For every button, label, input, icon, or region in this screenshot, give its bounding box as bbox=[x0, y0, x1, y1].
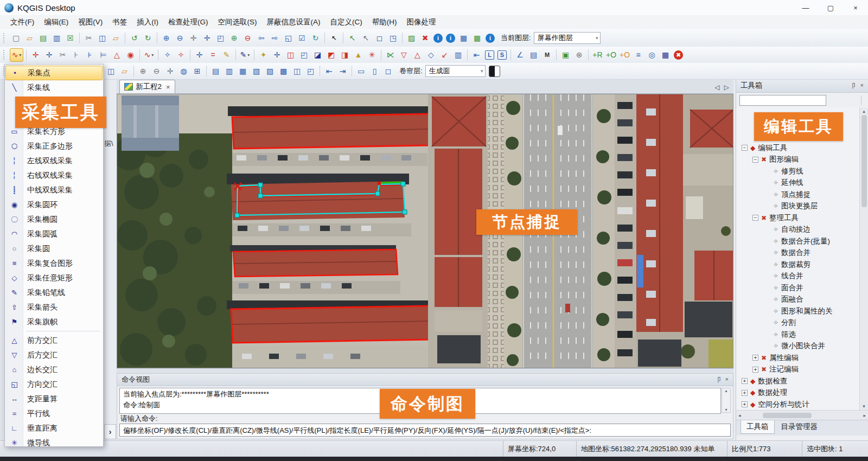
toolbox-tree-item[interactable]: + 数据处理 bbox=[736, 387, 868, 399]
open-folder-icon[interactable]: ▱ bbox=[23, 32, 36, 44]
toolbar-icon[interactable] bbox=[352, 66, 352, 76]
maximize-button[interactable]: ▢ bbox=[818, 0, 843, 15]
measure-length-icon[interactable]: ⇤ bbox=[470, 49, 483, 61]
zoom-out-icon[interactable]: ⊖ bbox=[174, 32, 186, 44]
tab-scroll-left-icon[interactable]: ◁ bbox=[715, 84, 720, 91]
toolbar-icon[interactable] bbox=[235, 49, 236, 60]
toolbox-tree-item[interactable]: + 注记编辑 bbox=[736, 364, 868, 376]
toolbox-tree-item[interactable]: 数据裁剪 bbox=[736, 259, 868, 271]
select-box-icon[interactable]: ◻ bbox=[373, 32, 386, 44]
preview-zoom-icon[interactable]: ◎ bbox=[646, 49, 658, 61]
toolbar-icon[interactable] bbox=[79, 33, 80, 43]
same-height-icon[interactable]: ▯ bbox=[368, 65, 381, 78]
toolbox-tree-item[interactable]: + 空间分析与统计 bbox=[736, 399, 868, 410]
toolbox-tree-item[interactable]: 修剪线 bbox=[736, 165, 868, 177]
toolbar-icon[interactable] bbox=[381, 49, 381, 60]
tree-expander[interactable]: − bbox=[742, 145, 748, 151]
toolbar-icon[interactable] bbox=[320, 66, 320, 76]
cut-icon[interactable]: ✂ bbox=[82, 32, 95, 44]
tree-expander[interactable]: + bbox=[742, 378, 748, 384]
toolbar-icon[interactable] bbox=[556, 49, 557, 60]
menu-item[interactable]: 插入(I) bbox=[132, 16, 163, 28]
snap-node-icon[interactable]: ✛ bbox=[193, 49, 206, 61]
area-label-icon[interactable]: S bbox=[497, 50, 507, 60]
reshape-polygon-icon[interactable]: ✧ bbox=[161, 49, 174, 61]
menu-item[interactable]: 帮助(H) bbox=[367, 16, 402, 28]
menu-item[interactable]: 屏蔽信息设置(A) bbox=[262, 16, 326, 28]
scroll-right-icon[interactable]: ▸ bbox=[863, 413, 866, 418]
world-icon[interactable]: ◍ bbox=[177, 65, 190, 78]
move-feature-icon[interactable]: ✦ bbox=[257, 49, 270, 61]
full-extent-icon[interactable]: ◱ bbox=[282, 32, 295, 44]
scroll-down-icon[interactable]: ▾ bbox=[863, 404, 865, 409]
collect-menu-item[interactable]: ╎ 右线双线采集 bbox=[5, 168, 103, 183]
toolbox-horizontal-scrollbar[interactable]: ◂ ▸ bbox=[736, 410, 868, 420]
panel-overflow-button[interactable]: › bbox=[104, 424, 116, 439]
toolbar-icon[interactable] bbox=[139, 49, 140, 60]
toolbox-tree-item[interactable]: 图形和属性的关 bbox=[736, 305, 868, 317]
tree-expander[interactable]: − bbox=[752, 157, 758, 163]
previous-view-icon[interactable]: ⇦ bbox=[255, 32, 267, 44]
deselect-icon[interactable]: ↖ bbox=[360, 32, 372, 44]
scroll-left-icon[interactable]: ◂ bbox=[738, 413, 741, 418]
align-top-icon[interactable]: ▧ bbox=[250, 65, 263, 78]
collect-menu-item[interactable]: = 平行线 bbox=[5, 406, 103, 421]
toolbar-icon[interactable] bbox=[254, 49, 254, 60]
toolbar-icon[interactable] bbox=[324, 33, 325, 43]
toolbar-icon[interactable] bbox=[467, 49, 468, 60]
identify-feature-icon[interactable]: i bbox=[446, 34, 455, 43]
grid-view-icon[interactable]: ⊞ bbox=[191, 65, 203, 78]
circle-point-icon[interactable]: ◉ bbox=[124, 49, 137, 61]
add-node-icon[interactable]: ✛ bbox=[29, 49, 42, 61]
attribute-grid-icon[interactable]: ▦ bbox=[471, 32, 483, 44]
pan-window-icon[interactable]: ✛ bbox=[201, 32, 213, 44]
toolbox-tree-item[interactable]: − 整理工具 bbox=[736, 212, 868, 224]
move-node-icon[interactable]: ✛ bbox=[43, 49, 55, 61]
map-tab-close-icon[interactable]: × bbox=[166, 83, 170, 91]
select-arrow-icon[interactable]: ↖ bbox=[328, 32, 340, 44]
toolbox-search-input[interactable] bbox=[739, 95, 826, 106]
collect-menu-item[interactable]: ⇧ 采集箭头 bbox=[5, 300, 103, 315]
excel-export-icon[interactable]: ☒ bbox=[64, 32, 76, 44]
identify-all-icon[interactable]: i bbox=[486, 34, 495, 43]
collect-menu-item[interactable] bbox=[5, 329, 103, 333]
measure-up-icon[interactable]: △ bbox=[411, 49, 424, 61]
undo-icon[interactable]: ↺ bbox=[128, 32, 141, 44]
image-settings-icon[interactable]: ▣ bbox=[559, 49, 572, 61]
zoom-in-icon[interactable]: ⊕ bbox=[160, 32, 173, 44]
toolbar-icon[interactable] bbox=[206, 66, 207, 76]
swipe-contrast-icon[interactable] bbox=[489, 66, 500, 77]
segment-join-icon[interactable]: ⊦ bbox=[70, 49, 82, 61]
collect-menu-item[interactable]: ▽ 后方交汇 bbox=[5, 348, 103, 362]
current-layer-select[interactable]: 屏幕作图层 ▾ bbox=[534, 32, 601, 44]
zoom-out-fixed-icon[interactable]: ⊖ bbox=[241, 32, 254, 44]
select-feature-icon[interactable]: ↖ bbox=[346, 32, 359, 44]
toolbox-tree-item[interactable]: + 数据检查 bbox=[736, 375, 868, 387]
toolbox-tree-item[interactable]: 自动接边 bbox=[736, 224, 868, 236]
zoom-in-fixed-icon[interactable]: ⊕ bbox=[228, 32, 240, 44]
tree-expander[interactable]: + bbox=[742, 390, 748, 396]
collect-menu-item[interactable]: ⚑ 采集旗帜 bbox=[5, 315, 103, 329]
command-log-scrollbar[interactable]: ▴ ▾ bbox=[722, 388, 731, 413]
toolbox-tree-item[interactable]: 数据合并 bbox=[736, 247, 868, 259]
redo-icon[interactable]: ↻ bbox=[142, 32, 154, 44]
collect-polyline-icon[interactable]: ∿ bbox=[10, 48, 23, 62]
toolbar-icon[interactable] bbox=[157, 33, 157, 43]
measure-diamond-icon[interactable]: ◇ bbox=[425, 49, 437, 61]
toolbox-vertical-scrollbar[interactable]: ▴ ▾ bbox=[859, 107, 868, 410]
identify-icon[interactable]: i bbox=[433, 34, 443, 43]
measure-ruler-icon[interactable]: ▤ bbox=[527, 49, 540, 61]
toolbox-tree-item[interactable]: 筛选 bbox=[736, 329, 868, 341]
pin-icon[interactable]: 卩 bbox=[850, 82, 856, 90]
menu-item[interactable]: 图像处理 bbox=[402, 16, 441, 28]
close-icon[interactable]: × bbox=[725, 376, 729, 384]
toolbar-grip[interactable] bbox=[3, 33, 7, 43]
copy-feature-icon[interactable]: ◫ bbox=[284, 49, 297, 61]
toolbar-icon[interactable] bbox=[510, 49, 511, 60]
measure-node-icon[interactable]: ⋉ bbox=[384, 49, 397, 61]
toolbar-icon[interactable] bbox=[402, 33, 403, 43]
map-document-tab[interactable]: 新工程2 × bbox=[119, 80, 175, 93]
scroll-up-icon[interactable]: ▴ bbox=[863, 108, 865, 114]
pan-icon[interactable]: ✛ bbox=[187, 32, 200, 44]
scroll-thumb[interactable] bbox=[861, 115, 867, 207]
